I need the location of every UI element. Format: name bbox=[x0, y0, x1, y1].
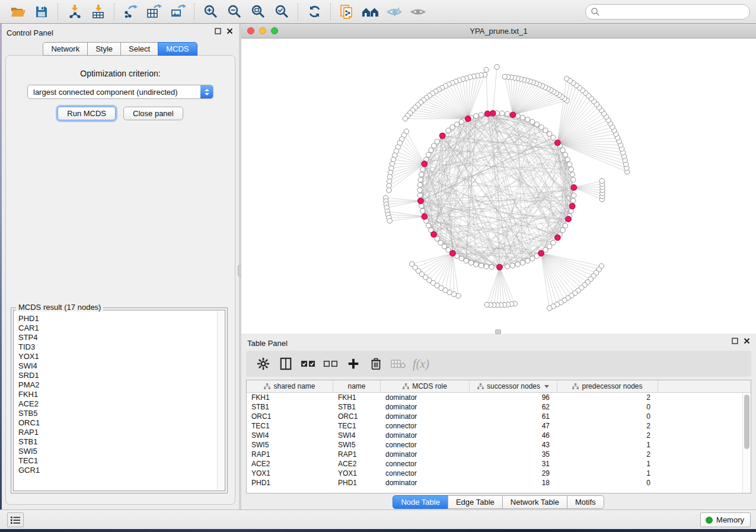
delete-columns-button[interactable] bbox=[366, 354, 386, 374]
zoom-in-button[interactable] bbox=[199, 2, 222, 22]
mcds-result-item[interactable]: TID3 bbox=[18, 342, 225, 352]
table-mode-button[interactable] bbox=[253, 354, 273, 374]
float-panel-button[interactable] bbox=[215, 28, 221, 34]
select-all-rows-button[interactable] bbox=[298, 354, 318, 374]
mcds-result-list[interactable]: PHD1CAR1STP4TID3YOX1SWI4SRD1PMA2FKH1ACE2… bbox=[13, 310, 225, 491]
table-row-stb1[interactable]: STB1STB1dominator620 bbox=[247, 402, 751, 412]
mcds-result-item[interactable]: PMA2 bbox=[18, 380, 225, 390]
tab-select[interactable]: Select bbox=[120, 42, 158, 56]
mcds-network-node[interactable] bbox=[431, 232, 437, 238]
mcds-network-node[interactable] bbox=[484, 111, 490, 117]
function-builder-button[interactable]: f(x) bbox=[411, 354, 431, 374]
mcds-result-item[interactable]: GCR1 bbox=[18, 466, 225, 475]
mcds-result-item[interactable]: STB5 bbox=[18, 409, 225, 418]
column-header-predecessor-nodes[interactable]: predecessor nodes bbox=[557, 380, 658, 392]
zoom-fit-button[interactable] bbox=[246, 2, 270, 22]
refresh-view-button[interactable] bbox=[302, 2, 326, 22]
tab-mcds[interactable]: MCDS bbox=[158, 42, 197, 56]
mcds-network-node[interactable] bbox=[555, 140, 561, 146]
first-neighbors-button[interactable] bbox=[359, 2, 382, 22]
column-header-successor-nodes[interactable]: successor nodes bbox=[470, 380, 557, 392]
tab-edge-table[interactable]: Edge Table bbox=[448, 495, 503, 509]
close-table-panel-button[interactable] bbox=[744, 338, 750, 344]
mcds-network-node[interactable] bbox=[497, 264, 503, 270]
mcds-network-node[interactable] bbox=[538, 251, 544, 257]
table-scrollbar[interactable] bbox=[742, 393, 751, 493]
table-row-orc1[interactable]: ORC1ORC1dominator610 bbox=[247, 412, 751, 421]
mcds-result-item[interactable]: SWI4 bbox=[18, 361, 225, 371]
tab-node-table[interactable]: Node Table bbox=[393, 495, 448, 509]
import-table-button[interactable] bbox=[86, 2, 110, 22]
export-image-button[interactable] bbox=[166, 2, 190, 22]
cell-mcds-role: dominator bbox=[381, 412, 470, 421]
create-column-button[interactable] bbox=[343, 354, 363, 374]
mcds-result-item[interactable]: ACE2 bbox=[18, 399, 225, 409]
column-header-mcds-role[interactable]: MCDS role bbox=[381, 380, 470, 392]
table-row-swi4[interactable]: SWI4SWI4dominator462 bbox=[247, 431, 751, 440]
search-input[interactable] bbox=[585, 4, 750, 20]
mcds-result-item[interactable]: STB1 bbox=[18, 437, 225, 447]
close-mcds-panel-button[interactable]: Close panel bbox=[123, 107, 183, 120]
tab-style[interactable]: Style bbox=[87, 42, 121, 56]
horizontal-splitter-grip[interactable] bbox=[495, 329, 501, 334]
mcds-result-item[interactable]: PHD1 bbox=[18, 314, 225, 323]
deselect-all-rows-button[interactable] bbox=[321, 354, 341, 374]
mcds-network-node[interactable] bbox=[422, 161, 428, 167]
mcds-network-node[interactable] bbox=[422, 214, 428, 220]
open-file-button[interactable] bbox=[6, 2, 30, 22]
show-hide-columns-button[interactable] bbox=[276, 354, 296, 374]
import-network-button[interactable] bbox=[62, 2, 86, 22]
task-history-button[interactable] bbox=[7, 512, 24, 527]
mcds-network-node[interactable] bbox=[510, 112, 516, 118]
mcds-network-node[interactable] bbox=[490, 110, 496, 116]
mcds-network-node[interactable] bbox=[450, 251, 456, 257]
mcds-result-item[interactable]: YOX1 bbox=[18, 352, 225, 361]
optimization-criterion-select[interactable]: largest connected component (undirected) bbox=[27, 85, 213, 99]
mcds-network-node[interactable] bbox=[569, 203, 575, 209]
delete-table-button[interactable] bbox=[388, 354, 409, 374]
mcds-result-item[interactable]: CAR1 bbox=[18, 323, 225, 333]
tab-network[interactable]: Network bbox=[43, 42, 88, 56]
mcds-network-node[interactable] bbox=[555, 235, 561, 241]
tab-network-table[interactable]: Network Table bbox=[502, 495, 567, 509]
tab-motifs[interactable]: Motifs bbox=[567, 495, 604, 509]
mcds-network-node[interactable] bbox=[439, 133, 445, 139]
table-row-ace2[interactable]: ACE2ACE2connector311 bbox=[247, 459, 751, 469]
hide-selected-button[interactable] bbox=[382, 2, 406, 22]
mcds-network-node[interactable] bbox=[465, 116, 471, 122]
mcds-result-item[interactable]: FKH1 bbox=[18, 390, 225, 399]
zoom-out-button[interactable] bbox=[222, 2, 246, 22]
mcds-result-item[interactable]: SRD1 bbox=[18, 371, 225, 380]
close-control-panel-button[interactable] bbox=[227, 28, 233, 34]
mcds-result-item[interactable]: STP4 bbox=[18, 333, 225, 342]
mcds-network-node[interactable] bbox=[566, 216, 572, 222]
table-row-yox1[interactable]: YOX1YOX1connector291 bbox=[247, 469, 751, 478]
memory-button[interactable]: Memory bbox=[700, 512, 751, 527]
mcds-result-item[interactable]: ORC1 bbox=[18, 418, 225, 428]
run-mcds-button[interactable]: Run MCDS bbox=[58, 107, 116, 120]
show-all-hidden-button[interactable] bbox=[406, 2, 430, 22]
new-network-from-selection-button[interactable] bbox=[335, 2, 359, 22]
save-session-button[interactable] bbox=[30, 2, 53, 22]
mcds-result-scrollbar[interactable] bbox=[217, 311, 224, 490]
column-header-shared-name[interactable]: shared name bbox=[247, 380, 333, 392]
table-row-phd1[interactable]: PHD1PHD1dominator180 bbox=[247, 478, 751, 488]
column-header-name[interactable]: name bbox=[333, 380, 381, 392]
mcds-result-item[interactable]: RAP1 bbox=[18, 428, 225, 437]
table-row-swi5[interactable]: SWI5SWI5connector431 bbox=[247, 440, 751, 450]
mcds-result-item[interactable]: SWI5 bbox=[18, 447, 225, 456]
mcds-network-node[interactable] bbox=[571, 185, 577, 191]
table-row-tec1[interactable]: TEC1TEC1connector472 bbox=[247, 421, 751, 431]
mcds-result-item[interactable]: TEC1 bbox=[18, 456, 225, 466]
network-graph[interactable] bbox=[241, 39, 756, 333]
table-row-rap1[interactable]: RAP1RAP1dominator352 bbox=[247, 450, 751, 459]
export-network-button[interactable] bbox=[119, 2, 142, 22]
float-table-panel-button[interactable] bbox=[732, 338, 738, 344]
zoom-selected-button[interactable] bbox=[270, 2, 294, 22]
cell-shared-name: PHD1 bbox=[247, 478, 333, 488]
export-table-button[interactable] bbox=[142, 2, 166, 22]
table-scrollbar-thumb[interactable] bbox=[744, 395, 749, 449]
table-row-fkh1[interactable]: FKH1FKH1dominator962 bbox=[247, 393, 751, 402]
network-window-titlebar[interactable]: YPA_prune.txt_1 bbox=[241, 24, 756, 39]
mcds-network-node[interactable] bbox=[418, 198, 424, 204]
